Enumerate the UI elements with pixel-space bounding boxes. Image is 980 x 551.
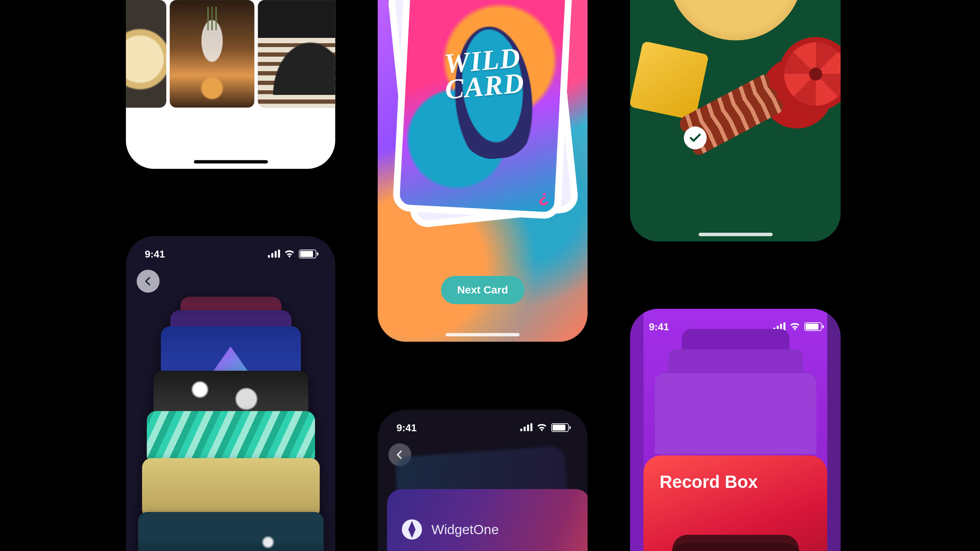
card-stack[interactable]: ? WILD CARD ? <box>399 0 567 215</box>
card-corner-symbol: ? <box>538 188 550 210</box>
wildcard-title: WILD CARD <box>404 42 563 106</box>
burger-builder-phone <box>630 0 841 241</box>
status-time: 9:41 <box>145 248 165 259</box>
record-box-card[interactable]: Record Box <box>644 455 827 551</box>
card-corner-symbol: ? <box>415 0 427 0</box>
back-button[interactable] <box>137 270 160 293</box>
status-time: 9:41 <box>397 421 417 433</box>
wallpaper-card[interactable] <box>142 458 319 518</box>
status-bar: 9:41 <box>126 246 335 262</box>
wallpaper-stack[interactable] <box>143 297 318 551</box>
food-gallery-phone <box>126 0 335 169</box>
shelf <box>655 373 816 454</box>
food-thumb-tiramisu[interactable] <box>258 0 335 108</box>
record-shelves <box>655 329 816 457</box>
ingredient-selected-check-icon[interactable] <box>684 127 707 150</box>
burger-bun <box>668 0 803 40</box>
food-thumb-cocktail[interactable] <box>170 0 255 108</box>
home-indicator[interactable] <box>698 233 772 236</box>
widget-phone: 9:41 WidgetOne <box>377 410 587 551</box>
widgetone-logo-icon <box>402 519 422 540</box>
wifi-icon <box>536 423 547 431</box>
home-indicator[interactable] <box>194 160 268 164</box>
wallpaper-card[interactable] <box>147 411 315 465</box>
cellular-icon <box>520 423 532 431</box>
ingredient-cheese[interactable] <box>630 41 709 121</box>
ingredient-tomato[interactable] <box>779 37 841 111</box>
food-thumb-cheesecake[interactable] <box>126 0 166 108</box>
card-front[interactable]: ? WILD CARD ? <box>392 0 573 220</box>
home-indicator[interactable] <box>446 333 519 336</box>
battery-icon <box>551 423 569 432</box>
widget-card[interactable]: WidgetOne <box>387 489 588 551</box>
status-bar: 9:41 <box>377 419 587 435</box>
battery-icon <box>299 249 317 258</box>
record-box-phone: 9:41 Record Box <box>630 309 841 551</box>
wallpaper-card[interactable] <box>138 512 323 551</box>
wildcard-phone: ? WILD CARD ? Next Card <box>377 0 587 342</box>
wifi-icon <box>284 249 295 258</box>
wallpaper-stack-phone: 9:41 <box>126 236 335 551</box>
record-box-title: Record Box <box>660 471 811 492</box>
next-card-button[interactable]: Next Card <box>441 276 524 304</box>
widget-name: WidgetOne <box>431 522 499 537</box>
food-thumbnail-strip[interactable] <box>126 0 335 108</box>
cellular-icon <box>268 249 280 258</box>
